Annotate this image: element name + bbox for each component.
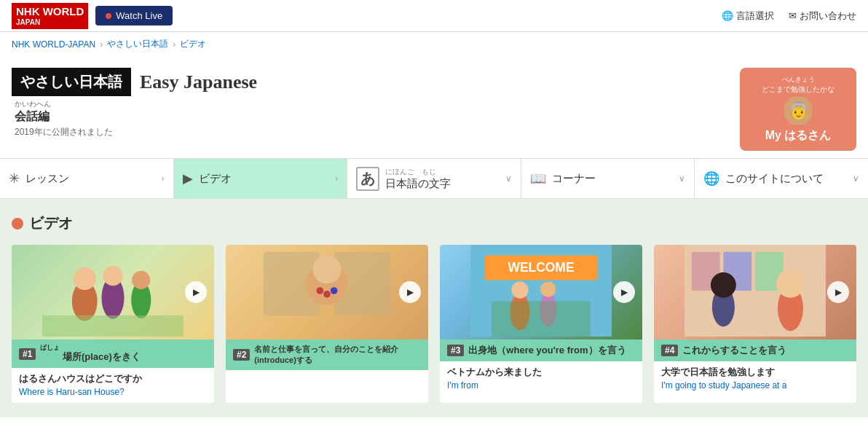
english-title: Easy Japanese: [140, 71, 257, 93]
svg-point-29: [711, 272, 736, 298]
breadcrumb: NHK WORLD-JAPAN › やさしい日本語 › ビデオ: [0, 32, 868, 56]
characters-icon: あ: [356, 167, 379, 191]
section-title-text: ビデオ: [29, 213, 73, 233]
video-desc-3: ベトナムから来ました I'm from: [440, 361, 642, 396]
svg-text:WELCOME: WELCOME: [508, 260, 574, 275]
tab-lessons-label: レッスン: [25, 172, 69, 186]
play-button-2[interactable]: ▶: [399, 281, 421, 303]
section-title: ビデオ: [12, 213, 856, 233]
tab-corner-arrow: ∨: [679, 173, 685, 184]
haru-label: My はるさん: [765, 128, 832, 144]
japanese-title: やさしい日本語: [12, 68, 131, 96]
thumb-1: ▶: [12, 245, 214, 339]
main-title: やさしい日本語 Easy Japanese: [12, 68, 257, 96]
video-grid: ▶ #1 ばしょ 場所(place)をきく はるさんハウスはどこですか Wher…: [12, 245, 856, 403]
svg-point-20: [540, 281, 556, 297]
corner-icon: 📖: [530, 170, 546, 187]
mail-icon: ✉: [789, 10, 797, 21]
header-right: 🌐 言語選択 ✉ お問い合わせ: [722, 9, 856, 23]
about-icon: 🌐: [703, 170, 719, 187]
contact-link[interactable]: ✉ お問い合わせ: [789, 9, 856, 23]
breadcrumb-sep2: ›: [173, 39, 175, 50]
thumb-2: ▶: [226, 245, 428, 339]
svg-rect-21: [492, 302, 591, 337]
play-button-3[interactable]: ▶: [613, 281, 635, 303]
video-card-1[interactable]: ▶ #1 ばしょ 場所(place)をきく はるさんハウスはどこですか Wher…: [12, 245, 214, 403]
thumb-3: WELCOME ▶: [440, 245, 642, 339]
content-area: ビデオ ▶: [0, 199, 868, 417]
haru-top-ruby: べんきょう どこまで勉強したかな: [762, 75, 835, 95]
svg-point-27: [776, 270, 805, 298]
breadcrumb-home[interactable]: NHK WORLD-JAPAN: [12, 39, 95, 50]
nhk-logo[interactable]: NHK WORLD JAPAN: [12, 3, 88, 29]
svg-point-5: [132, 271, 150, 289]
watch-live-button[interactable]: Watch Live: [95, 6, 173, 25]
haru-face-icon: 👵: [784, 96, 813, 125]
thumb-4: ▶: [654, 245, 856, 339]
video-tag-1: #1 ばしょ 場所(place)をきく: [12, 339, 214, 368]
video-desc-4: 大学で日本語を勉強します I'm going to study Japanese…: [654, 361, 856, 396]
svg-point-10: [313, 256, 342, 284]
language-select-link[interactable]: 🌐 言語選択: [722, 9, 774, 23]
lessons-icon: ✳: [9, 170, 20, 187]
tab-corner[interactable]: 📖 コーナー ∨: [521, 159, 695, 198]
video-card-4[interactable]: ▶ #4 これからすることを言う 大学で日本語を勉強します I'm going …: [654, 245, 856, 403]
svg-rect-6: [42, 315, 184, 337]
title-section: やさしい日本語 Easy Japanese かいわへん 会話編 2019年に公開…: [0, 56, 868, 158]
tab-corner-label: コーナー: [552, 172, 596, 186]
video-icon: ▶: [183, 170, 193, 187]
svg-point-3: [103, 266, 122, 286]
breadcrumb-easy-japanese[interactable]: やさしい日本語: [107, 38, 168, 50]
tab-about-arrow: ∨: [853, 173, 859, 184]
video-tag-3: #3 出身地（where you're from）を言う: [440, 339, 642, 361]
title-left: やさしい日本語 Easy Japanese かいわへん 会話編 2019年に公開…: [12, 68, 257, 138]
video-tag-2: #2 名前と仕事を言って、自分のことを紹介(introduce)する: [226, 339, 428, 370]
breadcrumb-sep1: ›: [100, 39, 103, 50]
svg-point-18: [511, 281, 528, 298]
tab-video-arrow: ›: [335, 173, 338, 184]
video-desc-2: [226, 370, 428, 382]
haru-card[interactable]: べんきょう どこまで勉強したかな 👵 My はるさん: [740, 68, 856, 151]
tab-characters[interactable]: あ にほんご もじ 日本語の文字 ∨: [347, 159, 521, 198]
breadcrumb-video[interactable]: ビデオ: [180, 38, 206, 50]
tab-characters-label: 日本語の文字: [385, 177, 451, 189]
header: NHK WORLD JAPAN Watch Live 🌐 言語選択 ✉ お問い合…: [0, 0, 868, 32]
tab-characters-arrow: ∨: [505, 173, 512, 184]
video-tag-4: #4 これからすることを言う: [654, 339, 856, 361]
tab-characters-label-wrap: にほんご もじ 日本語の文字: [385, 167, 451, 191]
live-dot-icon: [106, 13, 111, 19]
svg-point-12: [323, 291, 331, 298]
section-dot-icon: [12, 218, 23, 229]
tab-lessons-arrow: ›: [162, 173, 165, 184]
globe-icon: 🌐: [722, 10, 733, 21]
tab-video-label: ビデオ: [199, 172, 232, 186]
tab-lessons[interactable]: ✳ レッスン ›: [0, 159, 174, 198]
tab-about[interactable]: 🌐 このサイトについて ∨: [695, 159, 868, 198]
video-card-3[interactable]: WELCOME ▶ #3 出身地（where you're from）を言う: [440, 245, 642, 403]
tab-about-label: このサイトについて: [725, 172, 824, 186]
play-button-4[interactable]: ▶: [827, 281, 849, 303]
svg-point-11: [316, 287, 323, 294]
play-button-1[interactable]: ▶: [185, 281, 207, 303]
video-card-2[interactable]: ▶ #2 名前と仕事を言って、自分のことを紹介(introduce)する: [226, 245, 428, 403]
video-desc-1: はるさんハウスはどこですか Where is Haru-san House?: [12, 368, 214, 403]
nav-tabs: ✳ レッスン › ▶ ビデオ › あ にほんご もじ 日本語の文字 ∨ 📖 コー…: [0, 158, 868, 199]
svg-point-13: [331, 287, 338, 294]
subtitle-area: かいわへん 会話編 2019年に公開されました: [12, 99, 257, 138]
svg-point-1: [74, 267, 96, 290]
tab-video[interactable]: ▶ ビデオ ›: [174, 159, 348, 198]
